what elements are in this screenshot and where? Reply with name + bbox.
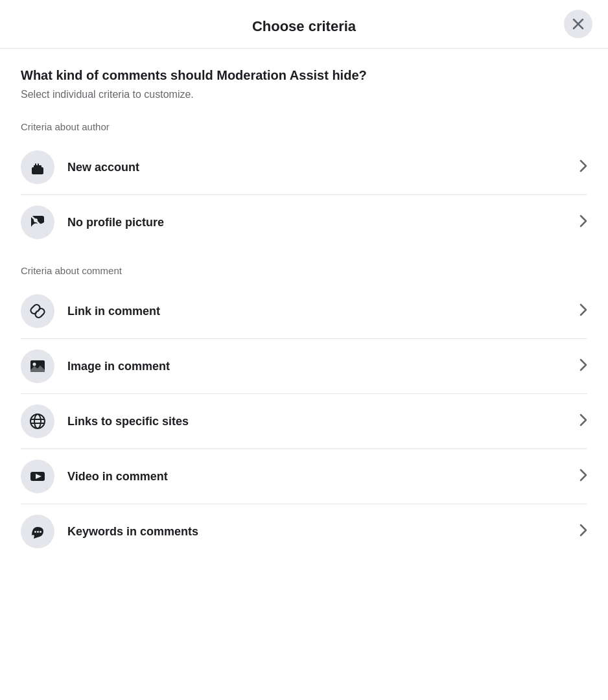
criteria-item-image-in-comment[interactable]: Image in comment: [21, 339, 587, 394]
svg-point-6: [35, 162, 37, 164]
svg-rect-3: [34, 165, 41, 168]
svg-rect-19: [34, 531, 36, 533]
video-icon: [29, 468, 46, 485]
criteria-item-new-account[interactable]: New account: [21, 140, 587, 195]
chevron-right-icon: [579, 524, 587, 540]
svg-rect-20: [37, 531, 39, 533]
keywords-in-comments-label: Keywords in comments: [67, 525, 198, 539]
criteria-item-keywords-in-comments[interactable]: Keywords in comments: [21, 504, 587, 559]
keyword-icon-container: [21, 515, 54, 548]
author-section: Criteria about author New accou: [21, 121, 587, 250]
cake-icon: [29, 159, 46, 176]
chevron-right-icon: [579, 303, 587, 320]
svg-point-12: [33, 363, 36, 366]
criteria-item-link-in-comment[interactable]: Link in comment: [21, 284, 587, 339]
globe-icon-container: [21, 404, 54, 438]
svg-point-7: [38, 162, 40, 164]
keyword-icon: [29, 523, 46, 540]
criteria-item-video-in-comment[interactable]: Video in comment: [21, 449, 587, 504]
image-icon: [29, 358, 46, 375]
chevron-right-icon: [579, 159, 587, 176]
svg-point-13: [30, 414, 45, 428]
new-account-icon-container: [21, 150, 54, 184]
svg-rect-2: [32, 167, 43, 174]
image-icon-container: [21, 349, 54, 383]
comment-section: Criteria about comment Link in comment: [21, 265, 587, 559]
link-in-comment-label: Link in comment: [67, 305, 160, 318]
svg-point-14: [34, 414, 41, 428]
new-account-label: New account: [67, 161, 139, 174]
modal-header: Choose criteria: [0, 0, 608, 49]
video-in-comment-label: Video in comment: [67, 470, 168, 484]
chevron-right-icon: [579, 358, 587, 375]
modal-content: What kind of comments should Moderation …: [0, 49, 608, 595]
svg-rect-21: [40, 531, 41, 533]
globe-icon: [29, 413, 46, 430]
comment-criteria-list: Link in comment: [21, 284, 587, 559]
link-icon-container: [21, 294, 54, 328]
chevron-right-icon: [579, 215, 587, 231]
criteria-item-links-to-specific-sites[interactable]: Links to specific sites: [21, 394, 587, 449]
modal-title: Choose criteria: [252, 18, 356, 35]
chevron-right-icon: [579, 414, 587, 430]
image-in-comment-label: Image in comment: [67, 360, 170, 373]
criteria-item-no-profile-picture[interactable]: No profile picture: [21, 195, 587, 250]
close-icon: [572, 18, 584, 30]
comment-section-label: Criteria about comment: [21, 265, 587, 276]
no-profile-picture-icon-container: [21, 205, 54, 239]
main-question: What kind of comments should Moderation …: [21, 67, 587, 84]
links-to-specific-sites-label: Links to specific sites: [67, 415, 189, 428]
close-button[interactable]: [564, 10, 592, 38]
author-section-label: Criteria about author: [21, 121, 587, 132]
chevron-right-icon: [579, 469, 587, 485]
video-icon-container: [21, 460, 54, 493]
author-criteria-list: New account: [21, 140, 587, 250]
no-picture-icon: [29, 214, 46, 231]
no-profile-picture-label: No profile picture: [67, 216, 164, 229]
subtitle: Select individual criteria to customize.: [21, 89, 587, 100]
link-icon: [29, 303, 46, 320]
